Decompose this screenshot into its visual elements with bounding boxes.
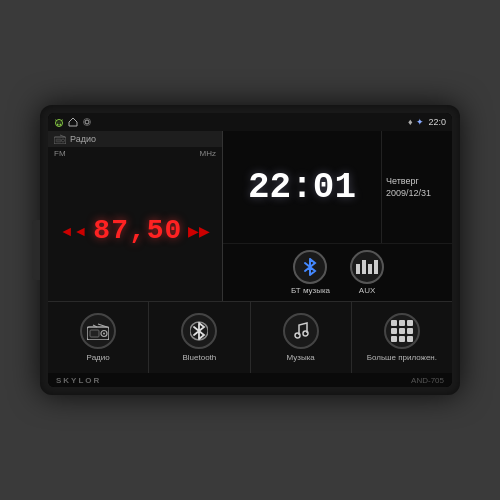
svg-rect-6 [60,122,61,123]
device-footer: SKYLOR AND-705 [48,373,452,387]
bottom-apps-icon [384,313,420,349]
grid-dot [399,320,405,326]
home-icon [68,117,78,127]
bottom-radio-icon [80,313,116,349]
bottom-music-label: Музыка [286,353,314,362]
grid-dot [407,336,413,342]
clock-display: 22:01 [248,167,356,208]
mhz-label: MHz [200,149,216,158]
svg-point-7 [85,120,89,124]
bottom-bluetooth-icon [181,313,217,349]
radio-freq-bar: FM MHz [48,147,222,160]
bottom-radio-button[interactable]: Радио [48,302,149,373]
radio-panel: Радио FM MHz ◄◄ 87,50 ▶▶ [48,131,223,301]
clock-area: 22:01 [223,131,382,243]
bottom-music-icon [283,313,319,349]
right-panel: 22:01 Четверг 2009/12/31 [223,131,452,301]
svg-point-21 [303,331,308,336]
aux-bar-3 [368,264,372,274]
status-bar: ♦ ✦ 22:0 [48,113,452,131]
radio-frequency-display: ◄◄ 87,50 ▶▶ [48,160,222,301]
bt-music-button[interactable]: БТ музыка [291,250,330,295]
music-icon [291,321,311,341]
status-bar-right: ♦ ✦ 22:0 [408,117,446,127]
car-stereo-device: ♦ ✦ 22:0 Радио [40,105,460,395]
radio-small-icon [54,134,66,144]
radio-icon [87,322,109,340]
svg-rect-3 [57,124,59,126]
frequency-display: 87,50 [93,215,182,246]
svg-rect-10 [56,139,61,142]
device-side-button[interactable] [32,220,40,280]
day-name: Четверг [386,176,419,186]
android-icon [54,117,64,127]
aux-icon [350,250,384,284]
bottom-bluetooth-button[interactable]: Bluetooth [149,302,250,373]
freq-prev-button[interactable]: ◄◄ [60,223,88,239]
grid-dot [407,320,413,326]
date-area: Четверг 2009/12/31 [382,131,452,243]
svg-line-2 [62,120,63,122]
grid-dot [399,336,405,342]
svg-point-16 [103,333,105,335]
aux-bar-2 [362,260,366,274]
status-bar-left [54,117,92,127]
grid-apps-icon [391,320,413,342]
radio-header-label: Радио [70,134,96,144]
gps-indicator: ♦ [408,117,413,127]
aux-bars-graphic [356,260,378,274]
bottom-icons-row: Радио Bluetooth [48,301,452,373]
main-content-area: Радио FM MHz ◄◄ 87,50 ▶▶ 22:01 [48,131,452,301]
status-time: 22:0 [428,117,446,127]
bottom-music-button[interactable]: Музыка [251,302,352,373]
grid-dot [407,328,413,334]
svg-line-1 [56,120,57,122]
media-icons-row: БТ музыка AUX [223,243,452,301]
bt-music-icon [293,250,327,284]
grid-dot [391,320,397,326]
aux-bar-1 [356,264,360,274]
grid-dot [399,328,405,334]
svg-rect-4 [60,124,62,126]
grid-dot [391,336,397,342]
bluetooth-icon [190,320,208,342]
aux-label: AUX [359,286,375,295]
freq-next-button[interactable]: ▶▶ [188,223,210,239]
bt-music-label: БТ музыка [291,286,330,295]
bluetooth-symbol [302,257,318,277]
grid-dot [391,328,397,334]
bottom-apps-label: Больше приложен. [367,353,437,362]
settings-icon [82,117,92,127]
bt-indicator: ✦ [416,117,424,127]
clock-date-area: 22:01 Четверг 2009/12/31 [223,131,452,243]
brand-label: SKYLOR [56,376,101,385]
model-label: AND-705 [411,376,444,385]
device-screen: ♦ ✦ 22:0 Радио [48,113,452,387]
aux-button[interactable]: AUX [350,250,384,295]
svg-point-20 [295,333,300,338]
fm-label: FM [54,149,66,158]
date-string: 2009/12/31 [386,188,431,198]
bottom-radio-label: Радио [87,353,110,362]
radio-header: Радио [48,131,222,147]
aux-bar-4 [374,260,378,274]
svg-rect-14 [90,330,99,337]
svg-rect-5 [58,122,59,123]
bottom-bluetooth-label: Bluetooth [182,353,216,362]
svg-point-11 [62,139,65,142]
bottom-apps-button[interactable]: Больше приложен. [352,302,452,373]
